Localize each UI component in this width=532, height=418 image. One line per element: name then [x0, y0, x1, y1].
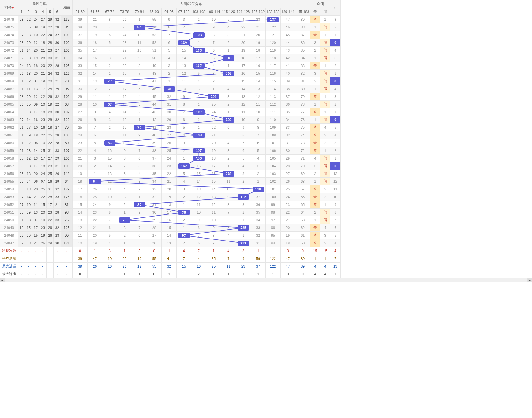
header-period[interactable]: 期号▾ — [0, 0, 18, 16]
cell-period: 24060 — [0, 139, 18, 147]
cell-ball: 21 — [54, 201, 61, 209]
cell-ball: 20 — [32, 70, 39, 77]
cell-ball: 03 — [18, 162, 25, 170]
header-range: 139-144 — [281, 8, 295, 16]
cell-ball: 05 — [25, 23, 32, 31]
cell-dist: 12 — [251, 93, 266, 101]
cell-ball: 22 — [54, 101, 61, 108]
cell-dist: 7 — [221, 209, 236, 216]
cell-dist: 7 — [117, 162, 132, 170]
cell-dist: 68 — [295, 178, 310, 185]
cell-ball: 08 — [25, 162, 32, 170]
footer-cell: 4 — [320, 270, 330, 278]
cell-dist: 118 — [266, 54, 281, 62]
footer-cell: 32 — [162, 263, 177, 270]
cell-ball: 20 — [32, 170, 39, 178]
cell-dist: 31 — [73, 77, 88, 85]
cell-dist: 6 — [206, 47, 221, 54]
footer-cell: - — [18, 255, 25, 263]
cell-dist: 5 — [191, 70, 206, 77]
cell-ball: 01 — [18, 216, 25, 224]
cell-dist: 3 — [117, 193, 132, 201]
cell-dist: 4 — [221, 139, 236, 147]
cell-sum: 120 — [61, 116, 73, 124]
scroll-right-arrow[interactable]: ► — [527, 278, 532, 282]
cell-dist: 16 — [88, 54, 102, 62]
horizontal-scrollbar[interactable]: ◄ ► — [0, 278, 532, 282]
cell-dist: 101 — [266, 185, 281, 193]
cell-dist: 8 — [132, 139, 147, 147]
cell-ball: 18 — [32, 131, 39, 139]
cell-dist: 15 — [162, 224, 177, 232]
cell-dist: 5 — [221, 224, 236, 232]
cell-ball: 27 — [47, 155, 54, 162]
cell-parity-odd: 奇 — [310, 147, 320, 155]
cell-dist: 7 — [251, 131, 266, 139]
cell-dist: 2 — [177, 147, 191, 155]
footer-cell: 55 — [147, 255, 162, 263]
cell-dist: 4 — [221, 23, 236, 31]
cell-dist: 9 — [132, 209, 147, 216]
header-range: 91-96 — [162, 8, 177, 16]
cell-ball: 01 — [18, 147, 25, 155]
cell-dist: 2 — [191, 116, 206, 124]
cell-ball: 21 — [32, 239, 39, 247]
cell-dist: 12 — [236, 101, 251, 108]
cell-ball: 25 — [39, 185, 47, 193]
cell-dist: 8 — [162, 23, 177, 31]
cell-ball: 15 — [32, 232, 39, 239]
cell-ball: 08 — [18, 185, 25, 193]
cell-dist: 1 — [221, 47, 236, 54]
table-row: 2407201142021232710635174221051515106611… — [0, 47, 341, 54]
cell-dist: 109 — [266, 124, 281, 131]
cell-dist: 76 — [295, 116, 310, 124]
cell-dist: 38 — [73, 23, 88, 31]
cell-dist: 19 — [236, 47, 251, 54]
cell-ball: 22 — [47, 23, 54, 31]
cell-zero: 9 — [330, 201, 341, 209]
cell-ball: 17 — [39, 85, 47, 93]
cell-sum: 116 — [61, 70, 73, 77]
cell-ball: 07 — [18, 116, 25, 124]
cell-ball: 28 — [54, 139, 61, 147]
cell-dist: 24 — [73, 131, 88, 139]
cell-dist: 94 — [266, 239, 281, 247]
footer-label: 最大遗漏 — [0, 263, 18, 270]
footer-cell: - — [25, 263, 32, 270]
cell-dist: 36 — [73, 39, 88, 47]
cell-parity-odd: 奇 — [310, 131, 320, 139]
cell-ball: 28 — [54, 131, 61, 139]
footer-row-max: 最大遗漏-------39261626125532151625112337122… — [0, 263, 341, 270]
cell-ball: 05 — [18, 170, 25, 178]
table-row: 2405703081718233110020214753623100161714… — [0, 162, 341, 170]
cell-dist: 46 — [147, 85, 162, 93]
footer-cell: 4 — [320, 263, 330, 270]
cell-dist: 38 — [147, 147, 162, 155]
cell-ball: 27 — [54, 124, 61, 131]
scroll-left-arrow[interactable]: ◄ — [0, 278, 5, 282]
footer-cell: - — [25, 255, 32, 263]
cell-dist: 77 — [295, 108, 310, 116]
cell-dist: 12 — [132, 31, 147, 39]
cell-period: 24067 — [0, 85, 18, 93]
cell-dist: 15 — [117, 101, 132, 108]
cell-sum: 106 — [61, 47, 73, 54]
cell-period: 24051 — [0, 209, 18, 216]
footer-cell: 37 — [251, 263, 266, 270]
cell-ball: 25 — [47, 85, 54, 93]
cell-ball: 33 — [54, 193, 61, 201]
cell-dist: 21 — [206, 131, 221, 139]
cell-sum: 107 — [61, 147, 73, 155]
cell-dist: 68 — [102, 101, 117, 108]
cell-dist: 3 — [162, 62, 177, 70]
cell-dist: 25 — [162, 147, 177, 155]
cell-dist: 35 — [281, 108, 295, 116]
cell-dist: 11 — [102, 185, 117, 193]
cell-dist: 66 — [295, 193, 310, 201]
cell-sum: 106 — [61, 155, 73, 162]
cell-dist: 18 — [281, 239, 295, 247]
cell-dist: 10 — [221, 185, 236, 193]
cell-ball: 09 — [25, 93, 32, 101]
table-row: 2406307141623283212026831314229622312010… — [0, 116, 341, 124]
footer-cell: 59 — [251, 255, 266, 263]
